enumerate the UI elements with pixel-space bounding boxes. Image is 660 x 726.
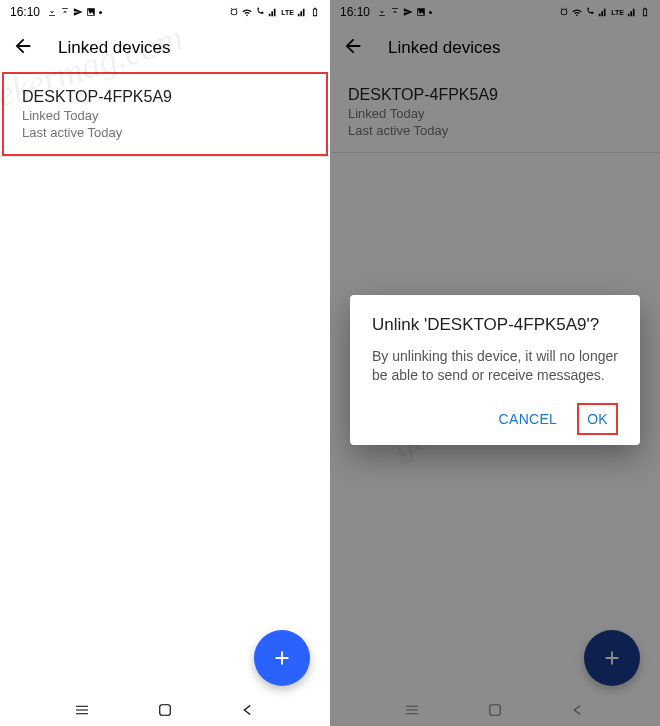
device-name: DESKTOP-4FPK5A9 xyxy=(22,88,308,106)
status-bar: 16:10 LTE xyxy=(0,0,330,24)
phone-screen-right: 16:10 LTE Linked devices DESKTOP-4FPK5A9… xyxy=(330,0,660,726)
download-icon xyxy=(377,7,387,17)
alarm-icon xyxy=(229,7,239,17)
back-nav-icon[interactable] xyxy=(239,701,257,719)
dialog-actions: CANCEL OK xyxy=(372,403,618,435)
plus-icon xyxy=(271,647,293,669)
send-icon xyxy=(403,7,413,17)
android-navbar xyxy=(330,694,660,726)
status-time: 16:10 xyxy=(340,5,370,19)
cancel-button[interactable]: CANCEL xyxy=(489,403,568,435)
home-icon[interactable] xyxy=(486,701,504,719)
image-icon xyxy=(416,7,426,17)
upload-icon xyxy=(60,7,70,17)
signal-icon xyxy=(627,7,637,17)
status-left: 16:10 xyxy=(340,5,432,19)
device-last-active: Last active Today xyxy=(22,125,308,140)
app-header: Linked devices xyxy=(0,24,330,72)
unlink-dialog: Unlink 'DESKTOP-4FPK5A9'? By unlinking t… xyxy=(350,295,640,445)
arrow-back-icon xyxy=(342,35,364,57)
status-right: LTE xyxy=(229,7,320,17)
wifi-icon xyxy=(572,7,582,17)
back-nav-icon[interactable] xyxy=(569,701,587,719)
home-icon[interactable] xyxy=(156,701,174,719)
linked-device-item[interactable]: DESKTOP-4FPK5A9 Linked Today Last active… xyxy=(330,72,660,152)
device-name: DESKTOP-4FPK5A9 xyxy=(348,86,642,104)
back-button[interactable] xyxy=(342,35,364,61)
add-device-fab[interactable] xyxy=(254,630,310,686)
lte-icon: LTE xyxy=(611,9,624,16)
status-left: 16:10 xyxy=(10,5,102,19)
plus-icon xyxy=(601,647,623,669)
android-navbar xyxy=(0,694,330,726)
svg-rect-0 xyxy=(160,705,171,716)
battery-icon xyxy=(310,7,320,17)
device-linked: Linked Today xyxy=(22,108,308,123)
recents-icon[interactable] xyxy=(73,701,91,719)
divider xyxy=(330,152,660,153)
phone-screen-left: geekermag.com 16:10 LTE Linked devices D… xyxy=(0,0,330,726)
signal-icon xyxy=(598,7,608,17)
dot-icon xyxy=(99,11,102,14)
arrow-back-icon xyxy=(12,35,34,57)
battery-icon xyxy=(640,7,650,17)
divider xyxy=(0,156,330,157)
device-last-active: Last active Today xyxy=(348,123,642,138)
volte-icon xyxy=(255,7,265,17)
svg-rect-1 xyxy=(490,705,501,716)
page-title: Linked devices xyxy=(388,38,500,58)
signal-icon xyxy=(268,7,278,17)
dot-icon xyxy=(429,11,432,14)
wifi-icon xyxy=(242,7,252,17)
back-button[interactable] xyxy=(12,35,34,61)
volte-icon xyxy=(585,7,595,17)
ok-button[interactable]: OK xyxy=(577,403,618,435)
dialog-title: Unlink 'DESKTOP-4FPK5A9'? xyxy=(372,315,618,335)
signal-icon xyxy=(297,7,307,17)
add-device-fab[interactable] xyxy=(584,630,640,686)
recents-icon[interactable] xyxy=(403,701,421,719)
status-bar: 16:10 LTE xyxy=(330,0,660,24)
linked-device-item[interactable]: DESKTOP-4FPK5A9 Linked Today Last active… xyxy=(2,72,328,156)
status-right: LTE xyxy=(559,7,650,17)
status-time: 16:10 xyxy=(10,5,40,19)
download-icon xyxy=(47,7,57,17)
image-icon xyxy=(86,7,96,17)
alarm-icon xyxy=(559,7,569,17)
send-icon xyxy=(73,7,83,17)
lte-icon: LTE xyxy=(281,9,294,16)
dialog-body: By unlinking this device, it will no lon… xyxy=(372,347,618,385)
page-title: Linked devices xyxy=(58,38,170,58)
upload-icon xyxy=(390,7,400,17)
app-header: Linked devices xyxy=(330,24,660,72)
device-linked: Linked Today xyxy=(348,106,642,121)
